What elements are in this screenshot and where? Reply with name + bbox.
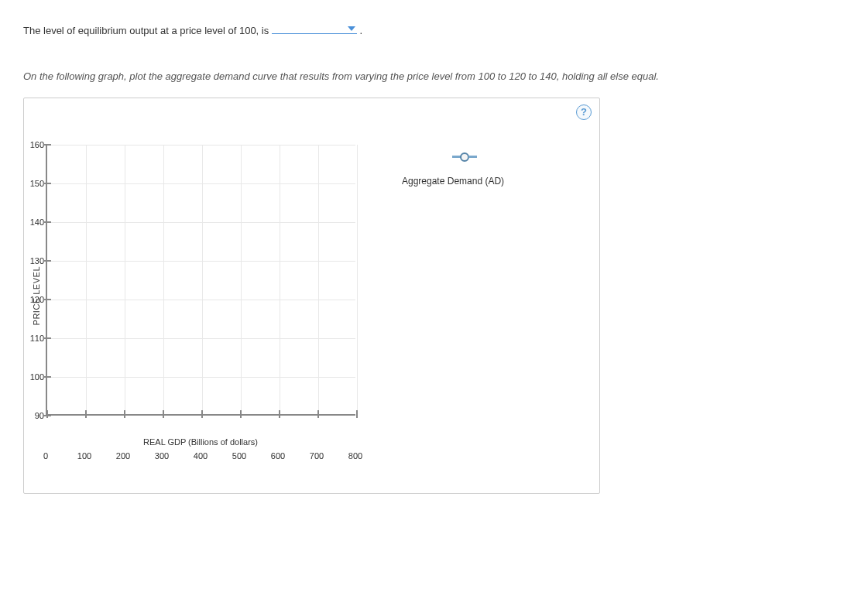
x-tick-label: 100 (77, 451, 91, 461)
x-tick-label: 500 (232, 451, 246, 461)
graph-panel: ? PRICE LEVEL 90100110120130140150160 01… (23, 98, 600, 494)
legend-marker-ad[interactable] (425, 152, 504, 162)
question-prefix: The level of equilibrium output at a pri… (23, 25, 272, 36)
legend: Aggregate Demand (AD) (402, 152, 504, 187)
x-tick-label: 200 (116, 451, 130, 461)
chart-region: PRICE LEVEL 90100110120130140150160 0100… (32, 145, 592, 447)
question-text: The level of equilibrium output at a pri… (23, 23, 845, 39)
y-tick-label: 160 (22, 140, 44, 149)
question-suffix: . (359, 25, 362, 36)
x-axis-label: REAL GDP (Billions of dollars) (46, 437, 355, 447)
answer-dropdown[interactable] (272, 32, 357, 34)
x-tick-label: 800 (348, 451, 362, 461)
x-tick-label: 400 (194, 451, 208, 461)
chevron-down-icon (348, 26, 355, 31)
x-tick-label: 300 (155, 451, 169, 461)
y-tick-label: 130 (22, 256, 44, 265)
y-tick-label: 150 (22, 179, 44, 188)
x-tick-label: 600 (271, 451, 285, 461)
y-axis-ticks: 90100110120130140150160 (22, 145, 44, 416)
y-tick-label: 90 (22, 411, 44, 420)
plot-area[interactable] (46, 145, 355, 416)
help-icon[interactable]: ? (576, 104, 592, 120)
y-tick-label: 120 (22, 295, 44, 304)
y-tick-label: 100 (22, 372, 44, 382)
y-tick-label: 140 (22, 217, 44, 227)
x-tick-label: 0 (43, 451, 48, 461)
y-tick-label: 110 (22, 334, 44, 343)
legend-label-ad: Aggregate Demand (AD) (402, 176, 504, 187)
graph-instruction: On the following graph, plot the aggrega… (23, 70, 845, 82)
x-tick-label: 700 (310, 451, 324, 461)
x-axis-ticks: 0100200300400500600700800 (46, 451, 355, 464)
